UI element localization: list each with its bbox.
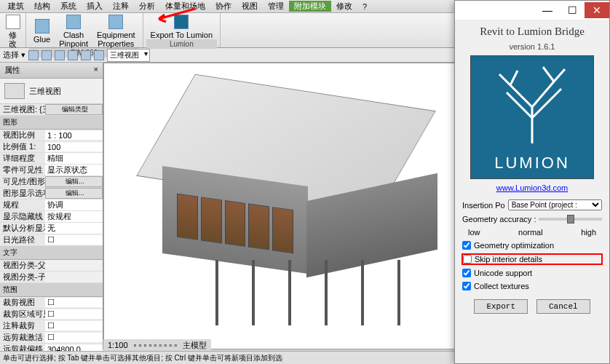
- prop-key: 图形显示选项: [0, 188, 45, 199]
- prop-value[interactable]: ☐: [45, 333, 103, 342]
- geometry-optimization-checkbox[interactable]: Geometry optimization: [462, 241, 602, 250]
- type-selector[interactable]: 三维视图: [0, 79, 103, 104]
- menu-mass[interactable]: 体量和场地: [160, 1, 210, 12]
- unicode-checkbox[interactable]: Unicode support: [462, 269, 602, 277]
- prop-key: 规程: [0, 199, 45, 210]
- accuracy-slider[interactable]: [539, 218, 602, 221]
- close-icon[interactable]: ×: [94, 65, 98, 76]
- prop-value[interactable]: ☐: [45, 298, 103, 307]
- select-dropdown[interactable]: 选择 ▾: [3, 50, 25, 60]
- tb-icon[interactable]: [94, 50, 104, 60]
- lumion-link[interactable]: www.Lumion3d.com: [496, 183, 568, 192]
- prop-key: 注释裁剪: [0, 320, 45, 331]
- cursor-icon: [6, 15, 20, 29]
- tb-icon[interactable]: [28, 50, 39, 60]
- ribbon-group-lumion: Lumion: [146, 39, 217, 49]
- menu-help[interactable]: ?: [357, 2, 372, 11]
- tb-icon[interactable]: [55, 50, 65, 60]
- menu-view[interactable]: 视图: [237, 1, 263, 12]
- tb-icon[interactable]: [68, 50, 78, 60]
- properties-header: 属性×: [0, 63, 103, 79]
- prop-key: 视图比例: [0, 130, 45, 141]
- equipment-icon: [108, 15, 123, 29]
- prop-key: 显示隐藏线: [0, 211, 45, 222]
- prop-value[interactable]: 显示原状态: [45, 165, 103, 175]
- tick-normal: normal: [518, 228, 543, 237]
- close-button[interactable]: ✕: [585, 2, 609, 18]
- section-text: 文字: [0, 246, 103, 260]
- tb-icon[interactable]: [81, 50, 91, 60]
- insertion-select[interactable]: Base Point (project :: [508, 199, 602, 210]
- cancel-button[interactable]: Cancel: [536, 299, 590, 314]
- textures-checkbox[interactable]: Collect textures: [462, 282, 602, 290]
- prop-key: 裁剪区域可见: [0, 309, 45, 320]
- prop-value[interactable]: 1 : 100: [45, 131, 103, 140]
- prop-value[interactable]: 编辑...: [45, 188, 103, 199]
- maximize-button[interactable]: ☐: [560, 2, 585, 18]
- prop-key: 零件可见性: [0, 165, 45, 175]
- properties-panel: 属性× 三维视图 三维视图: {三维}编辑类型 图形 视图比例1 : 100比例…: [0, 63, 103, 349]
- menu-insert[interactable]: 插入: [82, 1, 108, 12]
- prop-key: 视图分类-父: [0, 260, 45, 271]
- prop-value[interactable]: 协调: [45, 199, 103, 210]
- clash-button[interactable]: ClashPinpoint: [55, 15, 92, 48]
- menu-addins[interactable]: 附加模块: [289, 1, 331, 12]
- menu-sys[interactable]: 系统: [55, 1, 82, 12]
- minimize-button[interactable]: —: [535, 2, 560, 18]
- menu-analyze[interactable]: 分析: [134, 1, 160, 12]
- prop-key: 详细程度: [0, 153, 45, 164]
- equipment-button[interactable]: EquipmentProperties: [92, 15, 140, 48]
- glue-button[interactable]: Glue: [29, 19, 55, 44]
- lumion-bridge-dialog: — ☐ ✕ Revit to Lumion Bridge version 1.6…: [454, 0, 610, 364]
- menu-struct[interactable]: 结构: [29, 1, 55, 12]
- accuracy-label: Geometry accuracy :: [462, 215, 536, 223]
- prop-value[interactable]: 按规程: [45, 211, 103, 222]
- filter-label: 三维视图: {三维}: [0, 104, 45, 115]
- dialog-title: Revit to Lumion Bridge: [480, 25, 585, 38]
- prop-value[interactable]: ☐: [45, 235, 103, 245]
- prop-key: 默认分析显示样式: [0, 223, 45, 234]
- dialog-version: version 1.6.1: [510, 42, 555, 51]
- menu-manage[interactable]: 管理: [263, 1, 289, 12]
- dialog-titlebar: — ☐ ✕: [455, 1, 609, 20]
- prop-key: 远剪裁激活: [0, 332, 45, 343]
- modify-button[interactable]: 修改: [1, 15, 25, 48]
- prop-key: 比例值 1:: [0, 141, 45, 152]
- tb-icon[interactable]: [41, 50, 52, 60]
- lumion-icon: [174, 15, 189, 29]
- export-to-lumion-button[interactable]: Export To Lumion: [146, 15, 217, 39]
- menu-arch[interactable]: 建筑: [3, 1, 29, 12]
- prop-key: 日光路径: [0, 234, 45, 245]
- type-thumb-icon: [4, 83, 25, 99]
- scale-display[interactable]: 1:100: [108, 341, 128, 349]
- status-bar: 单击可进行选择; 按 Tab 键并单击可选择其他项目; 按 Ctrl 键并单击可…: [0, 351, 454, 364]
- model-tab[interactable]: 主模型: [183, 340, 207, 351]
- glue-icon: [35, 19, 49, 33]
- lumion-logo: LUMION: [470, 55, 594, 179]
- section-graphics: 图形: [0, 116, 103, 130]
- prop-key: 裁剪视图: [0, 297, 45, 308]
- tick-high: high: [581, 228, 596, 237]
- prop-value[interactable]: ☐: [45, 321, 103, 331]
- building-model: [126, 92, 446, 325]
- view-dropdown[interactable]: 三维视图: [107, 49, 150, 62]
- prop-key: 可见性/图形替换: [0, 176, 45, 187]
- prop-value[interactable]: 编辑...: [45, 176, 103, 187]
- section-extent: 范围: [0, 283, 103, 297]
- view-control-bar: 1:100 ▫ ▫ ▫ ▫ ▫ ▫ ▫ ▫ ▫ 主模型: [103, 339, 211, 351]
- clash-icon: [66, 15, 81, 29]
- menu-annot[interactable]: 注释: [108, 1, 134, 12]
- prop-key: 视图分类-子: [0, 272, 45, 282]
- skip-interior-checkbox[interactable]: Skip interior details: [462, 254, 602, 264]
- prop-value[interactable]: ☐: [45, 309, 103, 319]
- menu-modify[interactable]: 修改: [331, 1, 357, 12]
- prop-value[interactable]: 精细: [45, 153, 103, 164]
- edit-type-button[interactable]: 编辑类型: [45, 104, 103, 115]
- menu-collab[interactable]: 协作: [210, 1, 237, 12]
- tree-icon: [481, 63, 583, 143]
- export-button[interactable]: Export: [474, 299, 528, 314]
- prop-value[interactable]: 100: [45, 143, 103, 151]
- prop-value[interactable]: 无: [45, 223, 103, 234]
- tick-low: low: [468, 228, 480, 237]
- insertion-label: Insertion Po: [462, 201, 505, 210]
